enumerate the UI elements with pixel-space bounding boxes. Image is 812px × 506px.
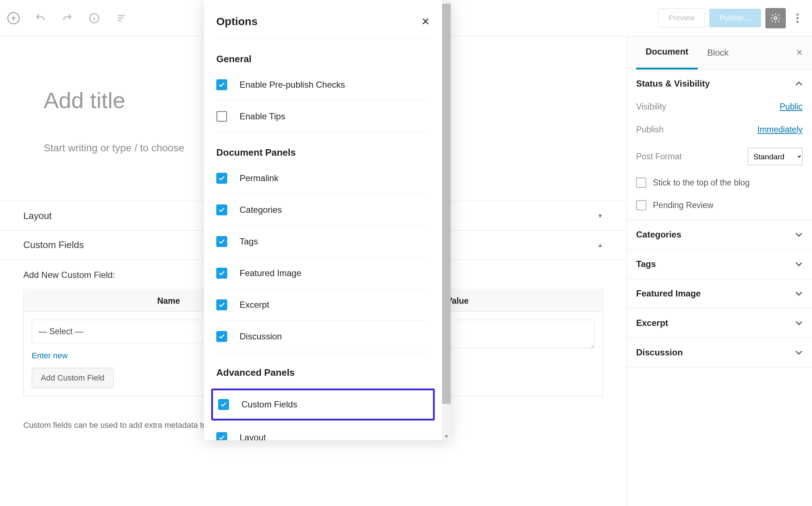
option-label: Excerpt [240, 300, 269, 310]
add-block-icon[interactable] [7, 12, 20, 24]
option-label: Permalink [240, 173, 279, 183]
sidebar-panel-categories[interactable]: Categories [627, 220, 812, 250]
svg-point-2 [796, 13, 799, 16]
sidebar-panel-discussion[interactable]: Discussion [627, 338, 812, 367]
document-panels-heading: Document Panels [216, 147, 430, 158]
option-label: Tags [240, 236, 258, 247]
close-modal-button[interactable]: ✕ [421, 16, 430, 28]
outline-icon[interactable] [115, 12, 127, 24]
pending-review-checkbox[interactable]: Pending Review [636, 200, 803, 210]
option-layout[interactable]: Layout [216, 422, 430, 440]
svg-point-4 [796, 21, 799, 23]
option-enable-pre-publish-checks[interactable]: Enable Pre-publish Checks [216, 69, 430, 101]
add-custom-field-button[interactable]: Add Custom Field [32, 368, 114, 388]
redo-icon[interactable] [61, 12, 74, 24]
advanced-panels-heading: Advanced Panels [216, 367, 430, 378]
visibility-row[interactable]: Visibility Public [636, 102, 803, 112]
checkbox-icon [216, 173, 227, 184]
stick-checkbox[interactable]: Stick to the top of the blog [636, 178, 803, 188]
publish-button[interactable]: Publish… [709, 9, 761, 27]
chevron-down-icon: ▼ [597, 213, 603, 219]
checkbox-icon [216, 268, 227, 279]
option-discussion[interactable]: Discussion [216, 321, 430, 352]
scroll-down-arrow[interactable]: ▾ [442, 432, 451, 440]
info-icon[interactable] [88, 12, 100, 24]
post-format-label: Post Format [636, 152, 682, 162]
svg-point-1 [774, 17, 777, 20]
chevron-down-icon [795, 350, 803, 355]
option-categories[interactable]: Categories [216, 194, 430, 226]
checkbox-icon [216, 111, 227, 122]
option-label: Enable Tips [240, 111, 285, 121]
enter-new-link[interactable]: Enter new [32, 351, 68, 360]
checkbox-icon [216, 299, 227, 310]
settings-button[interactable] [765, 8, 786, 28]
preview-button[interactable]: Preview [658, 8, 705, 28]
option-custom-fields[interactable]: Custom Fields [217, 393, 429, 417]
undo-icon[interactable] [34, 12, 47, 24]
checkbox-icon [216, 432, 227, 440]
general-section-heading: General [216, 53, 430, 65]
option-label: Custom Fields [241, 399, 297, 410]
gear-icon [770, 13, 781, 24]
close-sidebar-button[interactable]: ✕ [796, 48, 803, 57]
option-excerpt[interactable]: Excerpt [216, 289, 430, 321]
more-menu-button[interactable] [790, 8, 805, 28]
status-visibility-toggle[interactable]: Status & Visibility [636, 79, 803, 89]
chevron-down-icon [795, 321, 803, 325]
chevron-up-icon [795, 81, 803, 86]
option-label: Layout [240, 433, 266, 440]
chevron-up-icon: ▲ [597, 242, 603, 248]
svg-point-3 [796, 17, 799, 19]
kebab-icon [796, 13, 799, 23]
tab-block[interactable]: Block [698, 37, 738, 69]
option-enable-tips[interactable]: Enable Tips [216, 101, 430, 132]
chevron-down-icon [795, 291, 803, 296]
scrollbar-thumb[interactable] [442, 4, 451, 404]
modal-scrollbar[interactable]: ▴ ▾ [442, 0, 451, 440]
sidebar-panel-tags[interactable]: Tags [627, 250, 812, 279]
tab-document[interactable]: Document [636, 36, 698, 69]
sidebar-panel-excerpt[interactable]: Excerpt [627, 308, 812, 338]
option-label: Categories [240, 205, 282, 215]
option-label: Discussion [240, 331, 282, 342]
modal-title: Options [216, 15, 257, 28]
post-format-select[interactable]: Standard [748, 148, 803, 165]
chevron-down-icon [795, 262, 803, 266]
sidebar-panel-featured-image[interactable]: Featured Image [627, 279, 812, 308]
checkbox-icon [216, 204, 227, 215]
option-label: Featured Image [240, 268, 301, 278]
option-featured-image[interactable]: Featured Image [216, 258, 430, 289]
checkbox-icon [216, 79, 227, 90]
chevron-down-icon [795, 232, 803, 237]
option-label: Enable Pre-publish Checks [240, 80, 345, 90]
options-modal: Options ✕ General Enable Pre-publish Che… [204, 0, 451, 440]
option-tags[interactable]: Tags [216, 226, 430, 258]
checkbox-icon [218, 399, 229, 410]
option-permalink[interactable]: Permalink [216, 163, 430, 194]
settings-sidebar: Document Block ✕ Status & Visibility Vis… [626, 36, 812, 506]
publish-row[interactable]: Publish Immediately [636, 125, 803, 135]
checkbox-icon [216, 331, 227, 342]
checkbox-icon [216, 236, 227, 247]
